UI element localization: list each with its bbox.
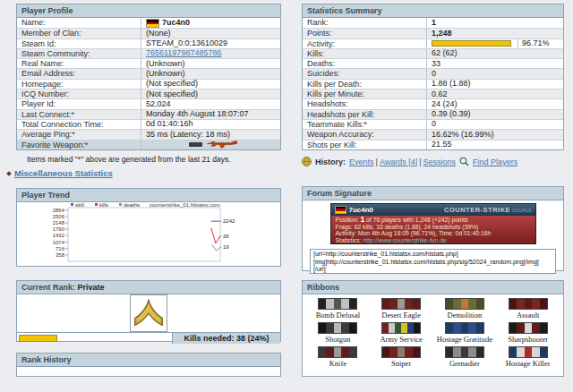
stats-row: Deaths:33 — [303, 58, 563, 68]
counter-strike-logo-sub: SOURCE — [512, 208, 531, 213]
rank-progress-cell — [17, 333, 173, 344]
svg-text:skill: skill — [75, 202, 84, 208]
profile-value-text: 7uc4n0 — [162, 18, 190, 28]
player-profile-header: Player Profile — [17, 4, 280, 18]
stats-row: Points:1,248 — [303, 28, 563, 38]
svg-text:1074: 1074 — [53, 240, 65, 245]
profile-row-value: (None) — [141, 29, 280, 38]
profile-value-text: 0d 01:40:16h — [146, 119, 193, 129]
stats-value-text: 1 — [432, 18, 436, 28]
stats-row-value: 1,248 — [427, 29, 563, 38]
stats-row-label: Shots per Kill: — [303, 141, 427, 149]
germany-flag-icon — [335, 206, 346, 214]
svg-text:716: 716 — [56, 246, 65, 251]
ribbon-image — [445, 322, 484, 334]
stats-value-text: 0.62 — [432, 89, 448, 99]
statistics-summary-panel: Statistics Summary Rank:1Points:1,248Act… — [302, 4, 564, 150]
profile-row-value: (Not specified) — [141, 80, 280, 89]
ribbon-label: Army Service — [370, 335, 433, 344]
rank-progress-row: Kills needed: 38 (24%) — [17, 332, 280, 344]
ribbon-item: Assault — [496, 298, 560, 320]
profile-row-value: Monday 4th August 18:07:07 — [141, 110, 280, 119]
separator: | — [419, 158, 421, 166]
player-trend-chart: 358716107414321790214825062864skillkills… — [17, 202, 280, 266]
germany-flag-icon — [146, 19, 159, 28]
profile-row: Last Connect:*Monday 4th August 18:07:07 — [17, 109, 280, 119]
history-links: Events|Awards [4]|Sessions — [349, 158, 456, 166]
history-link-awards[interactable]: Awards [4] — [380, 158, 417, 166]
profile-row-value: (Unknown) — [141, 69, 280, 78]
separator: | — [376, 158, 378, 166]
stats-value-text: 0.39 (0.39) — [432, 109, 471, 119]
stats-row-label: Deaths: — [303, 59, 427, 68]
stats-row: Shots per Kill:21.55 — [303, 140, 563, 149]
player-profile-panel: Player Profile Name:7uc4n0Member of Clan… — [16, 4, 281, 150]
profile-value-link[interactable]: 76561197987485786 — [146, 48, 221, 58]
history-link-sessions[interactable]: Sessions — [423, 158, 457, 166]
ribbon-image — [445, 298, 484, 310]
stats-row-value: 96.71% — [427, 39, 563, 48]
ribbon-item: Sharpshooter — [496, 322, 560, 344]
ribbon-item: Demolition — [433, 298, 497, 320]
signature-stats-link: http://www.counterstrike-fun.de — [363, 237, 446, 243]
stats-value-text: 62 (62) — [432, 48, 458, 58]
profile-row-value: 35 ms (Latency: 18 ms) — [141, 130, 280, 139]
history-link-events[interactable]: Events — [349, 158, 374, 166]
current-rank-panel: Current Rank: Private Kills needed: 38 (… — [16, 280, 281, 342]
kills-needed-label: Kills needed: 38 (24%) — [173, 333, 280, 344]
signature-banner-body: Position: 1 of 76 players with 1,248 (+2… — [331, 216, 535, 243]
stats-row-value: 0.39 (0.39) — [427, 110, 563, 119]
profile-row-value: 52,024 — [141, 99, 280, 108]
history-label: History: — [315, 158, 346, 166]
miscellaneous-statistics-link[interactable]: Miscellaneous Statistics — [14, 168, 113, 178]
ribbon-label: Sniper — [370, 359, 433, 368]
stats-row-value: 0.62 — [427, 89, 563, 98]
ribbon-image — [381, 298, 421, 310]
ribbons-panel: Ribbons Bomb DefusalDesert EagleDemoliti… — [302, 280, 564, 377]
forum-signature-panel: Forum Signature 7uc4n0 COUNTER-STRIKE SO… — [302, 186, 564, 271]
profile-row-label: Average Ping:* — [17, 130, 141, 139]
ribbon-image — [445, 346, 484, 358]
stats-value-text: 24 (24) — [432, 99, 458, 109]
stats-row-label: Headshots per Kill: — [303, 110, 427, 119]
ribbons-grid: Bomb DefusalDesert EagleDemolitionAssaul… — [303, 294, 563, 368]
ribbon-image — [318, 346, 357, 358]
ribbon-item: Hostage Killer — [496, 346, 560, 368]
statistics-summary-table: Rank:1Points:1,248Activity:96.71%Kills:6… — [303, 18, 563, 149]
profile-value-text: (Not specified) — [146, 79, 198, 89]
ribbon-item: Hostage Gratitude — [433, 322, 497, 344]
profile-value-text: (Unknown) — [146, 59, 185, 69]
ribbon-item: Desert Eagle — [370, 298, 433, 320]
profile-row-label: Steam Id: — [17, 39, 141, 48]
signature-bbcode-textarea[interactable]: [url=http://counterstrike_01.hlstatsx.co… — [310, 249, 556, 274]
stats-row-value: 62 (62) — [427, 49, 563, 58]
profile-value-text: 52,024 — [146, 99, 171, 109]
profile-value-text: (Not specified) — [146, 89, 198, 99]
svg-text:1790: 1790 — [53, 226, 65, 232]
stats-value-text: 0 — [432, 119, 436, 129]
profile-row: Homepage:(Not specified) — [17, 79, 280, 89]
signature-line-4: Statistics: http://www.counterstrike-fun… — [336, 237, 531, 243]
activity-bar-track — [432, 40, 514, 47]
profile-row-label: Email Address: — [17, 69, 141, 78]
rank-history-body — [17, 367, 280, 376]
rank-history-panel: Rank History — [16, 353, 281, 377]
profile-row-value: 0d 01:40:16h — [141, 120, 280, 129]
stats-row: Activity:96.71% — [303, 38, 563, 48]
profile-row-label: Player Id: — [17, 99, 141, 108]
find-players-link[interactable]: Find Players — [473, 158, 517, 166]
svg-text:counterstrike_01.hlstatsx.com: counterstrike_01.hlstatsx.com — [150, 202, 220, 208]
current-rank-header: Current Rank: Private — [17, 281, 280, 294]
stats-value-text: 21.55 — [432, 140, 452, 149]
activity-percent: 96.71% — [517, 38, 563, 48]
profile-value-text: (Unknown) — [146, 69, 185, 79]
signature-line-3: Activity: Mon 4th Aug 18:09 (96.71%), Ti… — [336, 230, 531, 237]
svg-text:19: 19 — [223, 244, 229, 250]
stats-row-value: 16.62% (16.99%) — [427, 130, 563, 139]
profile-row-label: Member of Clan: — [17, 29, 141, 38]
stats-row-label: Kills: — [303, 49, 427, 58]
profile-row: Total Connection Time:0d 01:40:16h — [17, 119, 280, 129]
signature-player-name: 7uc4n0 — [349, 206, 445, 214]
svg-text:deaths: deaths — [124, 202, 140, 208]
profile-value-text: STEAM_0:0:13610029 — [146, 38, 227, 48]
